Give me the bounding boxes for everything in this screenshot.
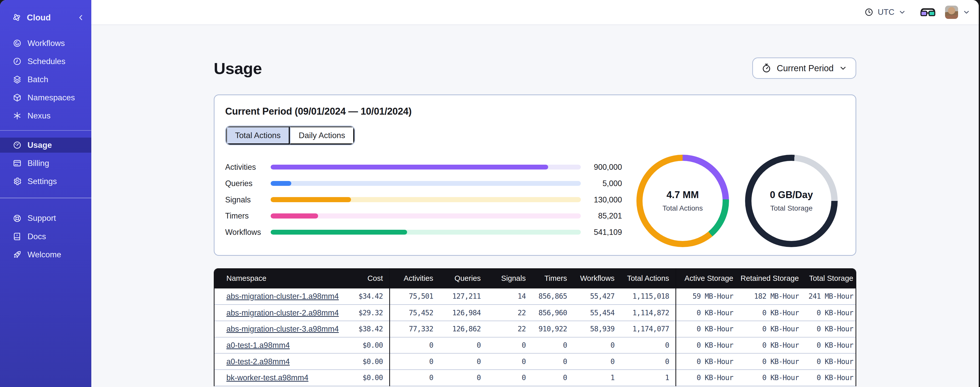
cell-timers: 0 <box>532 353 573 369</box>
billing-icon <box>13 158 22 168</box>
chart-row-workflows: Workflows541,109 <box>225 224 630 240</box>
settings-icon <box>13 177 22 186</box>
tab-daily-actions[interactable]: Daily Actions <box>290 126 354 144</box>
sidebar-item-settings[interactable]: Settings <box>0 174 91 189</box>
page-title: Usage <box>214 59 262 78</box>
chart-bar <box>270 213 318 219</box>
sidebar-divider <box>0 130 91 131</box>
tab-total-actions[interactable]: Total Actions <box>226 126 290 144</box>
period-dropdown-button[interactable]: Current Period <box>752 58 856 78</box>
cell-total_storage: 0 KB-Hour <box>805 321 856 337</box>
sidebar-item-label: Workflows <box>27 38 65 48</box>
cell-queries: 126,862 <box>439 321 487 337</box>
column-header-activities: Activities <box>390 268 439 288</box>
chart-row-queries: Queries5,000 <box>225 175 630 192</box>
clock-icon <box>864 7 874 17</box>
cell-signals: 0 <box>487 369 532 386</box>
sidebar-item-namespaces[interactable]: Namespaces <box>0 90 91 105</box>
cell-total_actions: 0 <box>621 337 676 353</box>
namespace-link[interactable]: a0-test-2.a98mm4 <box>226 357 290 366</box>
cell-queries: 126,984 <box>439 305 487 321</box>
chart-label: Activities <box>225 163 271 171</box>
cell-activities: 0 <box>390 353 439 369</box>
cell-cost: $34.42 <box>347 288 390 305</box>
namespace-link[interactable]: abs-migration-cluster-2.a98mm4 <box>226 309 339 317</box>
column-header-timers: Timers <box>532 268 573 288</box>
sidebar-item-label: Schedules <box>27 57 65 66</box>
cell-namespace: a0-test-1.a98mm4 <box>215 337 347 353</box>
sidebar-item-support[interactable]: Support <box>0 211 91 226</box>
sidebar-group-help: SupportDocsWelcome <box>0 211 91 262</box>
cell-active_storage: 59 MB-Hour <box>676 288 740 305</box>
sidebar-group-account: UsageBillingSettings <box>0 138 91 189</box>
column-header-namespace: Namespace <box>215 268 347 288</box>
sidebar-item-label: Docs <box>27 232 46 241</box>
namespaces-icon <box>13 93 22 102</box>
support-icon <box>13 214 22 223</box>
cell-queries: 127,211 <box>439 288 487 305</box>
cell-queries: 0 <box>439 337 487 353</box>
sidebar-divider <box>0 198 91 198</box>
sidebar-item-nexus[interactable]: Nexus <box>0 108 91 123</box>
chart-bar <box>270 230 407 235</box>
cell-total_storage: 0 KB-Hour <box>805 353 856 369</box>
topbar: UTC <box>91 0 979 25</box>
column-header-total_storage: Total Storage <box>805 268 856 288</box>
sidebar-group-main: WorkflowsSchedulesBatchNamespacesNexus <box>0 36 91 123</box>
sidebar-item-welcome[interactable]: Welcome <box>0 247 91 262</box>
total-storage-donut: 0 GB/Day Total Storage <box>745 155 838 247</box>
sidebar-item-label: Namespaces <box>27 93 75 102</box>
table-row: a0-test-1.a98mm4$0.000000000 KB-Hour0 KB… <box>215 337 856 353</box>
namespace-link[interactable]: a0-test-1.a98mm4 <box>226 341 290 349</box>
sidebar-item-schedules[interactable]: Schedules <box>0 54 91 69</box>
cell-active_storage: 0 KB-Hour <box>676 321 740 337</box>
chart-bar <box>270 197 351 202</box>
cell-cost: $0.00 <box>347 337 390 353</box>
glasses-icon[interactable] <box>920 8 935 17</box>
total-storage-value: 0 GB/Day <box>770 189 813 200</box>
table-header-row: NamespaceCostActivitiesQueriesSignalsTim… <box>215 268 856 288</box>
sidebar-item-docs[interactable]: Docs <box>0 229 91 244</box>
chart-row-activities: Activities900,000 <box>225 159 630 175</box>
table-row: abs-migration-cluster-1.a98mm4$34.4275,5… <box>215 288 856 305</box>
cell-signals: 22 <box>487 321 532 337</box>
sidebar-item-batch[interactable]: Batch <box>0 72 91 87</box>
avatar[interactable] <box>945 6 958 19</box>
stopwatch-icon <box>761 63 772 74</box>
chart-row-timers: Timers85,201 <box>225 208 630 224</box>
cell-workflows: 55,427 <box>573 288 620 305</box>
sidebar-item-billing[interactable]: Billing <box>0 156 91 171</box>
usage-table-card: NamespaceCostActivitiesQueriesSignalsTim… <box>214 268 856 386</box>
sidebar-collapse-icon[interactable] <box>77 14 85 22</box>
chart-value: 541,109 <box>581 228 622 237</box>
cell-workflows: 1 <box>573 369 620 386</box>
timezone-selector[interactable]: UTC <box>864 7 906 17</box>
cell-retained_storage: 0 KB-Hour <box>740 353 805 369</box>
column-header-retained_storage: Retained Storage <box>740 268 805 288</box>
cell-activities: 77,332 <box>390 321 439 337</box>
cell-cost: $29.32 <box>347 305 390 321</box>
total-storage-label: Total Storage <box>770 204 813 213</box>
chart-value: 85,201 <box>581 211 622 220</box>
sidebar-brand: Cloud <box>0 5 91 30</box>
cell-total_storage: 0 KB-Hour <box>805 369 856 386</box>
cell-namespace: abs-migration-cluster-3.a98mm4 <box>215 321 347 337</box>
table-row: abs-migration-cluster-2.a98mm4$29.3275,4… <box>215 305 856 321</box>
cell-signals: 0 <box>487 337 532 353</box>
period-dropdown-label: Current Period <box>777 63 834 73</box>
sidebar-item-workflows[interactable]: Workflows <box>0 36 91 51</box>
namespace-link[interactable]: abs-migration-cluster-1.a98mm4 <box>226 292 339 301</box>
cell-timers: 856,960 <box>532 305 573 321</box>
sidebar-item-usage[interactable]: Usage <box>0 138 91 153</box>
cell-active_storage: 0 KB-Hour <box>676 369 740 386</box>
namespace-link[interactable]: bk-worker-test.a98mm4 <box>226 373 309 382</box>
chart-bar <box>270 181 291 186</box>
cell-retained_storage: 0 KB-Hour <box>740 369 805 386</box>
namespace-link[interactable]: abs-migration-cluster-3.a98mm4 <box>226 325 339 333</box>
cell-workflows: 55,454 <box>573 305 620 321</box>
chevron-down-icon[interactable] <box>963 8 970 16</box>
column-header-total_actions: Total Actions <box>621 268 676 288</box>
cell-workflows: 0 <box>573 353 620 369</box>
cell-total_storage: 0 KB-Hour <box>805 305 856 321</box>
cell-total_actions: 1,174,077 <box>621 321 676 337</box>
